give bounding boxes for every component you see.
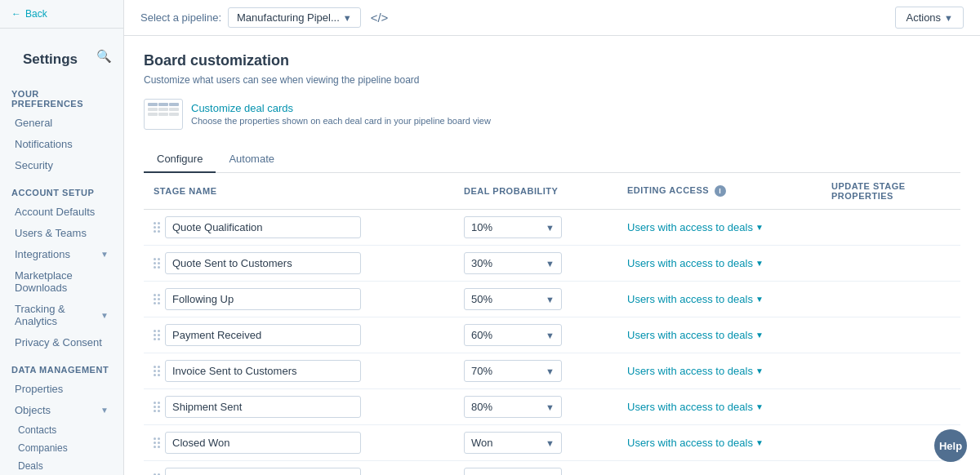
stage-name-input-1[interactable] (165, 252, 361, 274)
access-link-5[interactable]: Users with access to deals ▼ (627, 401, 812, 413)
access-link-0[interactable]: Users with access to deals ▼ (627, 221, 812, 233)
section-label-data: Data Management (0, 353, 123, 378)
probability-select-0[interactable]: 10% ▼ (464, 216, 562, 238)
pipeline-select[interactable]: Manufacturing Pipel... ▼ (228, 7, 361, 28)
sidebar-item-account-defaults[interactable]: Account Defaults (3, 202, 120, 222)
stage-name-input-0[interactable] (165, 216, 361, 238)
drag-handle-3[interactable] (154, 330, 160, 340)
access-cell-2: Users with access to deals ▼ (617, 282, 822, 317)
table-row: Won ▼ Users with access to deals ▼ (144, 425, 960, 461)
probability-cell-6: Won ▼ (454, 425, 617, 461)
stage-name-input-3[interactable] (165, 324, 361, 346)
sidebar-item-general[interactable]: General (3, 113, 120, 133)
drag-handle-0[interactable] (154, 222, 160, 233)
sidebar-item-notifications[interactable]: Notifications (3, 134, 120, 154)
access-cell-7: Users with access to deals ▼ (617, 461, 822, 476)
customize-card-section: Customize deal cards Choose the properti… (144, 99, 960, 130)
board-title: Board customization (144, 52, 960, 69)
stage-cell-5 (144, 389, 454, 425)
access-dropdown-icon-1: ▼ (755, 259, 764, 268)
stage-cell-3 (144, 317, 454, 353)
sidebar-item-tracking[interactable]: Tracking & Analytics ▼ (3, 299, 120, 331)
stage-cell-2 (144, 282, 454, 317)
stage-name-input-4[interactable] (165, 360, 361, 382)
update-cell-2 (822, 282, 960, 317)
drag-handle-5[interactable] (154, 402, 160, 412)
probability-cell-1: 30% ▼ (454, 246, 617, 282)
drag-handle-2[interactable] (154, 294, 160, 304)
stage-cell-7 (144, 461, 454, 476)
probability-arrow-icon-6: ▼ (546, 438, 555, 448)
probability-arrow-icon-2: ▼ (546, 295, 555, 304)
content-area: Board customization Customize what users… (124, 36, 980, 475)
back-button[interactable]: ← Back (0, 0, 123, 29)
stage-name-input-2[interactable] (165, 288, 361, 310)
access-cell-0: Users with access to deals ▼ (617, 210, 822, 246)
section-label-account: Account Setup (0, 176, 123, 201)
probability-select-5[interactable]: 80% ▼ (464, 396, 562, 418)
tab-bar: Configure Automate (144, 146, 960, 173)
probability-select-2[interactable]: 50% ▼ (464, 288, 562, 310)
help-button[interactable]: Help (934, 429, 967, 462)
actions-label: Actions (906, 11, 941, 24)
probability-select-1[interactable]: 30% ▼ (464, 252, 562, 274)
sidebar: ← Back Settings 🔍 Your Preferences Gener… (0, 0, 124, 475)
col-header-deal-probability: DEAL PROBABILITY (454, 173, 617, 210)
actions-button[interactable]: Actions ▼ (895, 7, 964, 29)
probability-select-4[interactable]: 70% ▼ (464, 360, 562, 382)
pipeline-value: Manufacturing Pipel... (237, 11, 340, 24)
sidebar-item-privacy[interactable]: Privacy & Consent (3, 332, 120, 353)
col-header-editing-access: EDITING ACCESS i (617, 173, 822, 210)
sidebar-sub-item-contacts[interactable]: Contacts (0, 421, 123, 439)
pipeline-stages-table: STAGE NAME DEAL PROBABILITY EDITING ACCE… (144, 173, 960, 475)
search-icon[interactable]: 🔍 (96, 49, 112, 64)
stage-name-input-7[interactable] (165, 468, 361, 475)
sidebar-item-integrations[interactable]: Integrations ▼ (3, 244, 120, 264)
stage-cell-1 (144, 246, 454, 282)
stage-name-input-6[interactable] (165, 432, 361, 454)
customize-deal-cards-link[interactable]: Customize deal cards (191, 102, 491, 114)
stage-cell-0 (144, 210, 454, 246)
probability-arrow-icon-5: ▼ (546, 402, 555, 412)
stage-name-input-5[interactable] (165, 396, 361, 418)
top-bar-left: Select a pipeline: Manufacturing Pipel..… (140, 7, 388, 28)
probability-select-7[interactable]: Lost ▼ (464, 468, 562, 475)
probability-cell-5: 80% ▼ (454, 389, 617, 425)
access-link-2[interactable]: Users with access to deals ▼ (627, 293, 812, 305)
sidebar-item-objects[interactable]: Objects ▼ (3, 400, 120, 420)
drag-handle-6[interactable] (154, 437, 160, 448)
code-embed-icon[interactable]: </> (371, 11, 389, 24)
update-cell-0 (822, 210, 960, 246)
sidebar-title: Settings (11, 40, 89, 73)
back-label: Back (25, 8, 47, 20)
access-link-4[interactable]: Users with access to deals ▼ (627, 365, 812, 377)
probability-select-6[interactable]: Won ▼ (464, 432, 562, 454)
access-cell-4: Users with access to deals ▼ (617, 353, 822, 389)
table-row: 10% ▼ Users with access to deals ▼ (144, 210, 960, 246)
probability-cell-7: Lost ▼ (454, 461, 617, 476)
sidebar-item-marketplace[interactable]: Marketplace Downloads (3, 265, 120, 298)
pipeline-label: Select a pipeline: (140, 11, 221, 24)
drag-handle-4[interactable] (154, 366, 160, 376)
probability-arrow-icon-3: ▼ (546, 331, 555, 340)
sidebar-item-users-teams[interactable]: Users & Teams (3, 223, 120, 243)
table-row: Lost ▼ Users with access to deals ▼ (144, 461, 960, 476)
back-arrow-icon: ← (11, 8, 21, 20)
access-link-3[interactable]: Users with access to deals ▼ (627, 329, 812, 341)
sidebar-item-properties[interactable]: Properties (3, 379, 120, 399)
tab-configure[interactable]: Configure (144, 146, 216, 173)
sidebar-item-security[interactable]: Security (3, 155, 120, 175)
access-link-1[interactable]: Users with access to deals ▼ (627, 257, 812, 269)
customize-sub-text: Choose the properties shown on each deal… (191, 116, 491, 126)
drag-handle-1[interactable] (154, 258, 160, 269)
probability-select-3[interactable]: 60% ▼ (464, 324, 562, 346)
access-dropdown-icon-2: ▼ (755, 295, 764, 304)
sidebar-sub-item-deals[interactable]: Deals (0, 457, 123, 475)
access-link-6[interactable]: Users with access to deals ▼ (627, 437, 812, 449)
table-row: 80% ▼ Users with access to deals ▼ (144, 389, 960, 425)
tab-automate[interactable]: Automate (216, 146, 287, 173)
update-cell-4 (822, 353, 960, 389)
sidebar-sub-item-companies[interactable]: Companies (0, 439, 123, 457)
editing-access-info-icon[interactable]: i (715, 185, 726, 197)
objects-arrow-icon: ▼ (100, 406, 109, 415)
